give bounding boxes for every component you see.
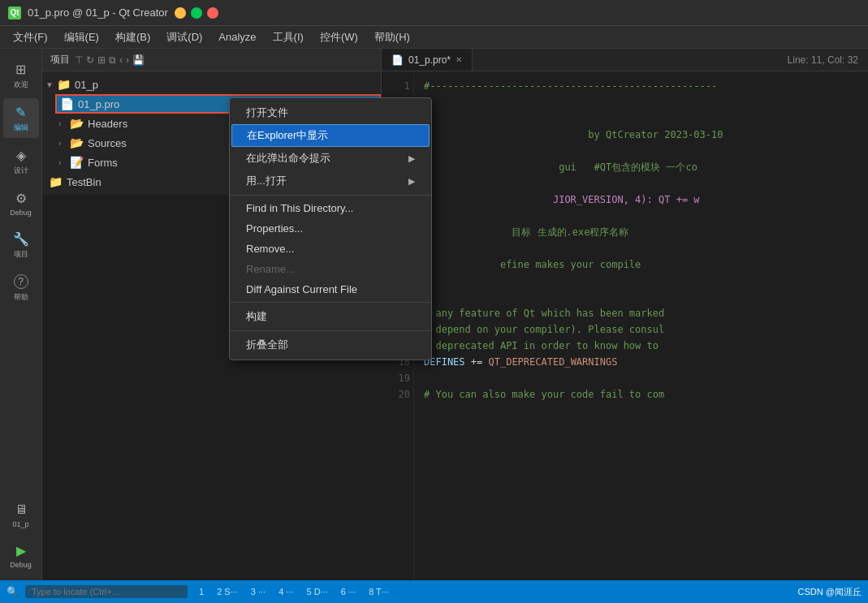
editor-content: 1 2 3 4 5 6 7 8 9 10 11 12 13 14 15 16 1… xyxy=(382,71,868,580)
menu-analyze[interactable]: Analyze xyxy=(210,28,264,45)
testbin-icon: 📁 xyxy=(49,175,63,188)
menubar: 文件(F) 编辑(E) 构建(B) 调试(D) Analyze 工具(I) 控件… xyxy=(0,26,868,49)
ctx-open-file[interactable]: 打开文件 xyxy=(230,101,431,124)
pro-file-label: 01_p.pro xyxy=(78,98,119,110)
menu-help[interactable]: 帮助(H) xyxy=(366,28,418,47)
sources-label: Sources xyxy=(88,137,127,149)
status-tab-1[interactable]: 1 xyxy=(194,586,209,597)
ctx-remove[interactable]: Remove... xyxy=(230,239,431,259)
code-line-3 xyxy=(424,110,858,127)
menu-build[interactable]: 构建(B) xyxy=(107,28,158,47)
ctx-build[interactable]: 构建 xyxy=(230,305,431,328)
pro-file-icon: 📄 xyxy=(60,97,75,110)
forms-icon: 📝 xyxy=(70,156,84,169)
menu-file[interactable]: 文件(F) xyxy=(5,28,56,47)
context-menu: 打开文件 在Explorer中显示 在此弹出命令提示 ▶ 用...打开 ▶ Fi… xyxy=(229,97,432,360)
debug-icon: ⚙ xyxy=(12,189,30,207)
status-tab-4[interactable]: 4 ··· xyxy=(274,586,298,597)
csdn-watermark: CSDN @闻涯丘 xyxy=(798,586,862,598)
sidebar-item-welcome[interactable]: ⊞ 欢迎 xyxy=(3,55,39,95)
sidebar-item-debug[interactable]: ⚙ Debug xyxy=(3,184,39,222)
code-line-9 xyxy=(424,208,858,224)
panel-header: 项目 ⊤ ↻ ⊞ ⧉ ‹ › 💾 xyxy=(42,49,381,71)
nav-right-icon[interactable]: › xyxy=(126,54,129,66)
menu-tools[interactable]: 工具(I) xyxy=(265,28,312,47)
testbin-label: TestBin xyxy=(67,176,101,188)
dock-icon[interactable]: ⧉ xyxy=(109,54,116,66)
window-controls[interactable] xyxy=(175,7,218,19)
editor-tab-pro[interactable]: 📄 01_p.pro* ✕ xyxy=(382,49,473,71)
edit-icon: ✎ xyxy=(12,103,30,121)
status-tab-2[interactable]: 2 S··· xyxy=(212,586,243,597)
menu-debug[interactable]: 调试(D) xyxy=(158,28,210,47)
filter-icon[interactable]: ⊤ xyxy=(75,54,83,66)
sidebar-label-welcome: 欢迎 xyxy=(14,80,28,90)
tab-label: 01_p.pro* xyxy=(408,54,451,66)
root-label: 01_p xyxy=(75,79,98,91)
code-line-13 xyxy=(424,273,858,289)
minimize-button[interactable] xyxy=(175,7,186,19)
root-arrow: ▼ xyxy=(45,80,57,89)
ctx-diff[interactable]: Diff Against Current File xyxy=(230,279,431,299)
tree-root[interactable]: ▼ 📁 01_p xyxy=(42,75,381,94)
statusbar: 🔍 1 2 S··· 3 ··· 4 ··· 5 D··· 6 ··· 8 T·… xyxy=(0,580,868,603)
sync-icon[interactable]: ↻ xyxy=(86,54,94,66)
editor-area: 📄 01_p.pro* ✕ Line: 11, Col: 32 1 2 3 4 … xyxy=(382,49,868,580)
welcome-icon: ⊞ xyxy=(12,60,30,78)
status-tab-8[interactable]: 8 T··· xyxy=(364,586,394,597)
sidebar-label-run: Debug xyxy=(10,561,32,569)
tab-close-icon[interactable]: ✕ xyxy=(456,55,462,64)
code-line-14 xyxy=(424,289,858,305)
sources-icon: 📂 xyxy=(70,136,84,149)
status-tabs: 1 2 S··· 3 ··· 4 ··· 5 D··· 6 ··· 8 T··· xyxy=(194,586,394,597)
app-icon: Qt xyxy=(8,6,21,19)
sidebar-item-design[interactable]: ◈ 设计 xyxy=(3,141,39,181)
headers-label: Headers xyxy=(88,118,127,130)
sidebar-label-edit: 编辑 xyxy=(14,123,28,133)
panel-title: 项目 xyxy=(50,53,70,67)
titlebar-title: 01_p.pro @ 01_p - Qt Creator xyxy=(28,6,168,19)
sidebar-item-edit[interactable]: ✎ 编辑 xyxy=(3,98,39,138)
ctx-cmd-prompt[interactable]: 在此弹出命令提示 ▶ xyxy=(230,147,431,170)
root-folder-icon: 📁 xyxy=(57,78,71,91)
status-tab-6[interactable]: 6 ··· xyxy=(336,586,361,597)
sidebar-label-debug: Debug xyxy=(10,209,32,217)
headers-arrow: › xyxy=(58,119,70,128)
sources-arrow: › xyxy=(58,139,70,148)
save-icon[interactable]: 💾 xyxy=(132,54,145,66)
open-with-arrow-icon: ▶ xyxy=(408,176,415,187)
maximize-button[interactable] xyxy=(191,7,202,19)
sidebar-item-project[interactable]: 🔧 项目 xyxy=(3,225,39,265)
close-button[interactable] xyxy=(207,7,218,19)
code-line-12: efine makes your compile xyxy=(424,256,858,273)
code-line-8: JIOR_VERSION, 4): QT += w xyxy=(424,192,858,208)
expand-icon[interactable]: ⊞ xyxy=(97,54,106,66)
sidebar-item-help[interactable]: ? 帮助 xyxy=(3,268,39,308)
sidebar-item-monitor[interactable]: 🖥 01_p xyxy=(3,496,39,533)
ctx-find-directory[interactable]: Find in This Directory... xyxy=(230,198,431,218)
sidebar-label-monitor: 01_p xyxy=(12,520,28,528)
tab-file-icon: 📄 xyxy=(391,54,404,66)
code-line-10: 目标 生成的.exe程序名称 xyxy=(424,224,858,240)
code-body[interactable]: #---------------------------------------… xyxy=(414,71,868,580)
sidebar: ⊞ 欢迎 ✎ 编辑 ◈ 设计 ⚙ Debug 🔧 项目 ? 帮助 🖥 01_p xyxy=(0,49,42,580)
ctx-open-with[interactable]: 用...打开 ▶ xyxy=(230,170,431,192)
ctx-show-explorer[interactable]: 在Explorer中显示 xyxy=(231,124,430,147)
ctx-properties[interactable]: Properties... xyxy=(230,218,431,239)
status-tab-5[interactable]: 5 D··· xyxy=(302,586,333,597)
menu-edit[interactable]: 编辑(E) xyxy=(56,28,107,47)
design-icon: ◈ xyxy=(12,146,30,164)
code-line-11 xyxy=(424,240,858,256)
nav-left-icon[interactable]: ‹ xyxy=(119,54,123,66)
sidebar-item-run[interactable]: ▶ Debug xyxy=(3,536,39,574)
help-icon: ? xyxy=(14,274,28,289)
sidebar-label-design: 设计 xyxy=(14,166,28,176)
monitor-icon: 🖥 xyxy=(12,501,30,519)
project-icon: 🔧 xyxy=(12,230,30,248)
status-tab-3[interactable]: 3 ··· xyxy=(246,586,270,597)
menu-controls[interactable]: 控件(W) xyxy=(312,28,366,47)
ctx-collapse-all[interactable]: 折叠全部 xyxy=(230,334,431,356)
titlebar: Qt 01_p.pro @ 01_p - Qt Creator xyxy=(0,0,868,26)
code-line-15: # any feature of Qt which has been marke… xyxy=(424,305,858,321)
search-input[interactable] xyxy=(25,585,188,598)
